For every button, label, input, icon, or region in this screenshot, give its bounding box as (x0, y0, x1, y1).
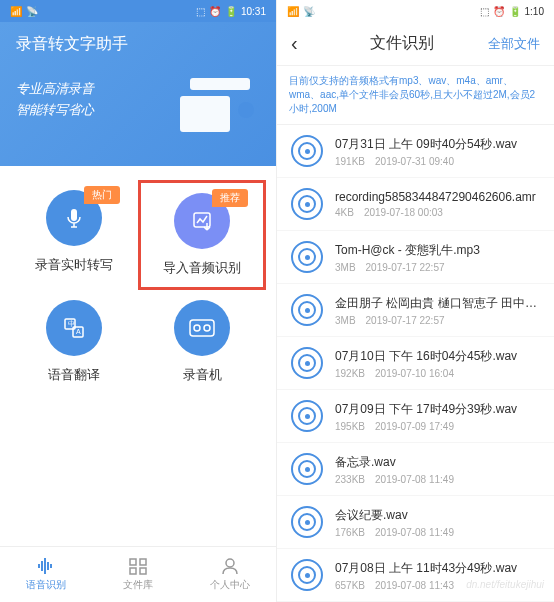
file-size: 3MB (335, 262, 356, 273)
nfc-icon: ⬚ (480, 6, 489, 17)
audio-disc-icon (291, 294, 323, 326)
file-info: Tom-H@ck - 变態乳牛.mp3 3MB 2019-07-17 22:57 (335, 242, 540, 273)
svg-rect-16 (130, 568, 136, 574)
file-name: 会议纪要.wav (335, 507, 540, 524)
file-date: 2019-07-31 09:40 (375, 156, 454, 167)
nfc-icon: ⬚ (196, 6, 205, 17)
nav-label: 个人中心 (210, 578, 250, 592)
file-size: 192KB (335, 368, 365, 379)
header-illustration (170, 78, 260, 148)
alarm-icon: ⏰ (493, 6, 505, 17)
feature-label: 录音实时转写 (35, 256, 113, 274)
file-item[interactable]: 07月10日 下午 16时04分45秒.wav 192KB 2019-07-10… (277, 337, 554, 390)
grid-icon (128, 557, 148, 575)
file-name: 07月31日 上午 09时40分54秒.wav (335, 136, 540, 153)
file-item[interactable]: Tom-H@ck - 变態乳牛.mp3 3MB 2019-07-17 22:57 (277, 231, 554, 284)
audio-disc-icon (291, 400, 323, 432)
feature-voice-translate[interactable]: 中A 语音翻译 (20, 300, 128, 384)
audio-disc-icon (291, 135, 323, 167)
nav-label: 文件库 (123, 578, 153, 592)
hot-badge: 热门 (84, 186, 120, 204)
file-name: 备忘录.wav (335, 454, 540, 471)
file-meta: 191KB 2019-07-31 09:40 (335, 156, 540, 167)
alarm-icon: ⏰ (209, 6, 221, 17)
file-info: 金田朋子 松岡由貴 樋口智恵子 田中理恵 - つくりましょう!.mp3 3MB … (335, 295, 540, 326)
svg-text:A: A (76, 328, 81, 335)
feature-grid: 热门 录音实时转写 推荐 导入音频识别 中A 语音翻译 (0, 166, 276, 384)
waveform-icon (36, 557, 56, 575)
file-item[interactable]: recording5858344847290462606.amr 4KB 201… (277, 178, 554, 231)
file-name: 金田朋子 松岡由貴 樋口智恵子 田中理恵 - つくりましょう!.mp3 (335, 295, 540, 312)
recommend-badge: 推荐 (212, 189, 248, 207)
page-header: ‹ 文件识别 全部文件 (277, 22, 554, 66)
signal-icon: 📶 (10, 6, 22, 17)
app-header: 录音转文字助手 专业高清录音 智能转写省心 (0, 22, 276, 166)
svg-rect-15 (140, 559, 146, 565)
file-name: 07月08日 上午 11时43分49秒.wav (335, 560, 540, 577)
svg-point-7 (194, 325, 200, 331)
feature-realtime-transcribe[interactable]: 热门 录音实时转写 (20, 190, 128, 280)
app-title: 录音转文字助手 (16, 34, 260, 55)
file-meta: 3MB 2019-07-17 22:57 (335, 315, 540, 326)
nav-label: 语音识别 (26, 578, 66, 592)
file-info: recording5858344847290462606.amr 4KB 201… (335, 190, 540, 218)
all-files-link[interactable]: 全部文件 (488, 35, 540, 53)
file-item[interactable]: 会议纪要.wav 176KB 2019-07-08 11:49 (277, 496, 554, 549)
file-date: 2019-07-08 11:49 (375, 527, 454, 538)
audio-disc-icon (291, 347, 323, 379)
feature-recorder[interactable]: 录音机 (148, 300, 256, 384)
svg-rect-11 (44, 558, 46, 574)
file-name: recording5858344847290462606.amr (335, 190, 540, 204)
file-date: 2019-07-09 17:49 (375, 421, 454, 432)
feature-label: 导入音频识别 (163, 259, 241, 277)
file-list[interactable]: 07月31日 上午 09时40分54秒.wav 191KB 2019-07-31… (277, 125, 554, 602)
bottom-nav: 语音识别 文件库 个人中心 (0, 546, 276, 602)
feature-label: 录音机 (183, 366, 222, 384)
microphone-icon (62, 206, 86, 230)
page-title: 文件识别 (315, 33, 488, 54)
svg-rect-14 (130, 559, 136, 565)
audio-disc-icon (291, 241, 323, 273)
file-date: 2019-07-08 11:49 (375, 474, 454, 485)
file-size: 195KB (335, 421, 365, 432)
file-info: 07月09日 下午 17时49分39秒.wav 195KB 2019-07-09… (335, 401, 540, 432)
svg-rect-17 (140, 568, 146, 574)
file-meta: 195KB 2019-07-09 17:49 (335, 421, 540, 432)
wifi-icon: 📡 (26, 6, 38, 17)
translate-icon: 中A (62, 316, 86, 340)
file-size: 657KB (335, 580, 365, 591)
file-item[interactable]: 07月31日 上午 09时40分54秒.wav 191KB 2019-07-31… (277, 125, 554, 178)
back-button[interactable]: ‹ (291, 32, 315, 55)
file-date: 2019-07-18 00:03 (364, 207, 443, 218)
nav-profile[interactable]: 个人中心 (184, 547, 276, 602)
svg-rect-12 (47, 562, 49, 570)
file-item[interactable]: 07月09日 下午 17时49分39秒.wav 195KB 2019-07-09… (277, 390, 554, 443)
wifi-icon: 📡 (303, 6, 315, 17)
svg-point-8 (204, 325, 210, 331)
audio-disc-icon (291, 188, 323, 220)
svg-text:中: 中 (68, 320, 75, 327)
person-icon (220, 557, 240, 575)
file-item[interactable]: 07月08日 上午 11时43分49秒.wav 657KB 2019-07-08… (277, 549, 554, 602)
file-size: 191KB (335, 156, 365, 167)
file-size: 4KB (335, 207, 354, 218)
file-item[interactable]: 金田朋子 松岡由貴 樋口智恵子 田中理恵 - つくりましょう!.mp3 3MB … (277, 284, 554, 337)
file-size: 233KB (335, 474, 365, 485)
battery-icon: 🔋 (225, 6, 237, 17)
file-size: 3MB (335, 315, 356, 326)
watermark: dn.net/feitukejihui (466, 579, 544, 590)
nav-voice-recognition[interactable]: 语音识别 (0, 547, 92, 602)
file-size: 176KB (335, 527, 365, 538)
file-info: 07月10日 下午 16时04分45秒.wav 192KB 2019-07-10… (335, 348, 540, 379)
feature-import-audio[interactable]: 推荐 导入音频识别 (138, 180, 266, 290)
file-date: 2019-07-17 22:57 (366, 315, 445, 326)
battery-icon: 🔋 (509, 6, 521, 17)
svg-rect-10 (41, 561, 43, 571)
file-item[interactable]: 备忘录.wav 233KB 2019-07-08 11:49 (277, 443, 554, 496)
audio-disc-icon (291, 453, 323, 485)
file-name: 07月09日 下午 17时49分39秒.wav (335, 401, 540, 418)
nav-file-library[interactable]: 文件库 (92, 547, 184, 602)
format-notice: 目前仅支持的音频格式有mp3、wav、m4a、amr、wma、aac,单个文件非… (277, 66, 554, 125)
tape-icon (189, 319, 215, 337)
svg-rect-9 (38, 564, 40, 568)
